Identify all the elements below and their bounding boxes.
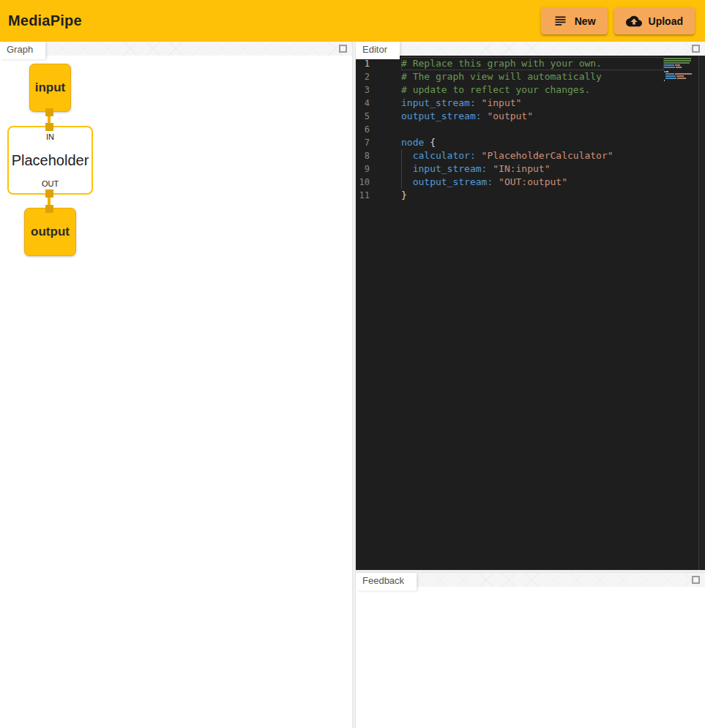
graph-node-input-label: input <box>35 80 66 95</box>
header-actions: New Upload <box>541 7 695 34</box>
tab-editor[interactable]: Editor <box>356 42 400 59</box>
line-number: 4 <box>356 97 370 110</box>
line-number: 3 <box>356 83 370 97</box>
tab-feedback[interactable]: Feedback <box>356 573 417 590</box>
line-content[interactable]: calculator: "PlaceholderCalculator" <box>401 149 664 162</box>
graph-canvas[interactable]: input IN Placeholder OUT output <box>0 56 352 728</box>
feedback-panel: Feedback <box>356 573 705 728</box>
app-header: MediaPipe New Upload <box>0 0 705 42</box>
output-port <box>45 189 53 198</box>
line-content[interactable]: } <box>401 189 664 202</box>
code-line[interactable]: 3# update to reflect your changes. <box>356 83 664 97</box>
new-button[interactable]: New <box>541 7 608 34</box>
maximize-icon[interactable] <box>692 45 700 53</box>
line-content[interactable]: input_stream: "IN:input" <box>401 162 664 176</box>
minimap-row <box>664 62 692 64</box>
calculator-out-label: OUT <box>42 179 59 188</box>
code-line[interactable]: 8 calculator: "PlaceholderCalculator" <box>356 149 664 162</box>
line-content[interactable] <box>401 123 664 136</box>
graph-node-output[interactable]: output <box>24 208 76 256</box>
line-content[interactable]: input_stream: "input" <box>401 97 664 110</box>
minimap-row <box>664 69 692 70</box>
code-line[interactable]: 4input_stream: "input" <box>356 97 664 110</box>
line-number: 7 <box>356 136 370 149</box>
input-port <box>45 205 53 213</box>
editor-panel-header: Editor <box>356 42 705 56</box>
line-number: 9 <box>356 162 370 176</box>
calculator-title: Placeholder <box>12 152 89 169</box>
minimap-row <box>664 58 692 59</box>
graph-panel: Graph input IN Placeholder OUT <box>0 42 352 728</box>
tab-graph-label: Graph <box>7 44 33 55</box>
feedback-content <box>356 587 705 728</box>
tab-graph[interactable]: Graph <box>0 42 45 59</box>
code-line[interactable]: 6 <box>356 123 664 136</box>
graph-node-output-label: output <box>31 225 70 239</box>
line-number: 10 <box>356 176 370 189</box>
main-layout: Graph input IN Placeholder OUT <box>0 42 705 728</box>
minimap-row <box>664 80 692 81</box>
feedback-panel-header: Feedback <box>356 573 705 587</box>
code-line[interactable]: 10 output_stream: "OUT:output" <box>356 176 664 189</box>
calculator-in-label: IN <box>46 132 54 141</box>
line-content[interactable]: # The graph view will automatically <box>401 70 664 83</box>
tab-editor-label: Editor <box>362 44 387 55</box>
line-content[interactable]: output_stream: "OUT:output" <box>401 176 664 189</box>
line-content[interactable]: node { <box>401 136 664 149</box>
editor-content: 1# Replace this graph with your own.2# T… <box>356 56 705 570</box>
code-line[interactable]: 5output_stream: "output" <box>356 110 664 123</box>
line-content[interactable]: output_stream: "output" <box>401 110 664 123</box>
editor-panel: Editor 1# Replace this graph with your o… <box>356 42 705 570</box>
graph-node-placeholder[interactable]: IN Placeholder OUT <box>7 126 93 195</box>
upload-button[interactable]: Upload <box>614 7 695 34</box>
input-port <box>45 123 53 131</box>
upload-button-label: Upload <box>649 15 683 27</box>
code-line[interactable]: 9 input_stream: "IN:input" <box>356 162 664 176</box>
minimap-row <box>664 71 692 72</box>
minimap-row <box>664 64 692 66</box>
code-line[interactable]: 7node { <box>356 136 664 149</box>
code-line[interactable]: 2# The graph view will automatically <box>356 70 664 83</box>
line-number: 6 <box>356 123 370 136</box>
graph-panel-header: Graph <box>0 42 352 56</box>
app-title: MediaPipe <box>8 12 82 29</box>
maximize-icon[interactable] <box>339 45 347 53</box>
line-number: 11 <box>356 189 370 202</box>
minimap-row <box>664 75 692 77</box>
subject-icon <box>553 13 568 29</box>
minimap-row <box>664 67 692 68</box>
minimap-row <box>664 73 692 75</box>
code-line[interactable]: 1# Replace this graph with your own. <box>356 57 664 70</box>
minimap-row <box>664 78 692 79</box>
minimap[interactable] <box>664 58 692 82</box>
editor-code[interactable]: 1# Replace this graph with your own.2# T… <box>356 57 664 202</box>
line-number: 2 <box>356 70 370 83</box>
minimap-row <box>664 60 692 61</box>
line-content[interactable]: # Replace this graph with your own. <box>401 57 664 70</box>
line-number: 5 <box>356 110 370 123</box>
line-content[interactable]: # update to reflect your changes. <box>401 83 664 97</box>
output-port <box>45 108 53 116</box>
tab-feedback-label: Feedback <box>362 575 404 586</box>
new-button-label: New <box>575 15 596 27</box>
cloud-upload-icon <box>626 13 642 29</box>
graph-node-input[interactable]: input <box>29 64 71 112</box>
maximize-icon[interactable] <box>692 576 700 584</box>
line-number: 8 <box>356 149 370 162</box>
mediapipe-visualizer-app: MediaPipe New Upload Graph <box>0 0 705 728</box>
editor-scrollbar[interactable] <box>698 56 705 570</box>
right-column: Editor 1# Replace this graph with your o… <box>356 42 705 728</box>
code-line[interactable]: 11} <box>356 189 664 202</box>
